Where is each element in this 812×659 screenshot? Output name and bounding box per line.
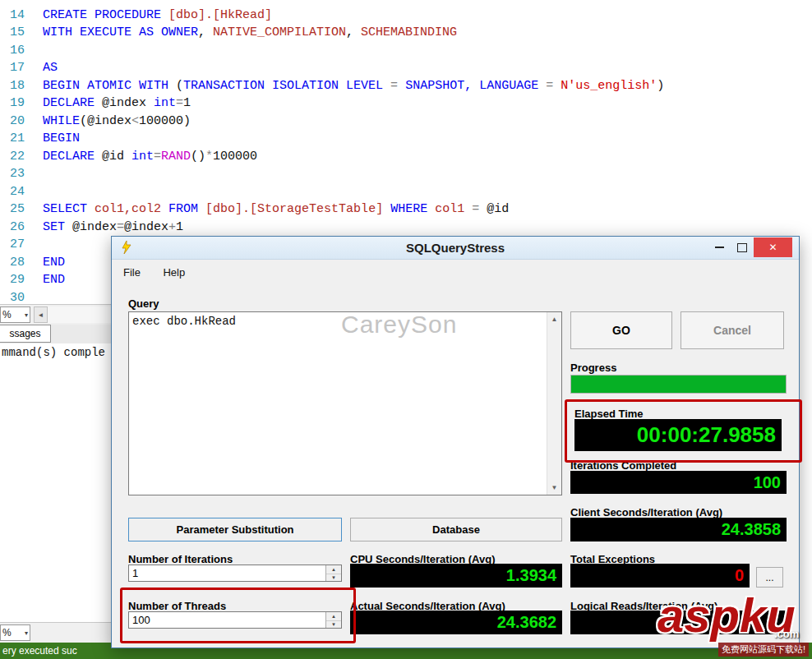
messages-pane: mmand(s) comple [0, 343, 111, 622]
bottom-hscroll-row: % ▾ [0, 622, 111, 643]
chevron-down-icon: ▾ [25, 629, 28, 637]
code-line: 24 [0, 183, 812, 201]
query-label: Query [128, 297, 159, 310]
editor-hscroll-row: % ▾ ◄ [0, 304, 111, 325]
title-bar[interactable]: SQLQueryStress ✕ [112, 237, 799, 260]
spin-down-icon[interactable]: ▼ [326, 574, 341, 583]
aspku-watermark: aspku .com 免费网站源码下载站! [657, 592, 796, 639]
zoom-value: % [2, 627, 12, 638]
parameter-substitution-button[interactable]: Parameter Substitution [128, 518, 342, 541]
total-exceptions-display: 0 [570, 564, 750, 588]
number-of-iterations-label: Number of Iterations [128, 553, 233, 565]
iterations-input[interactable] [129, 565, 328, 581]
minimize-icon [715, 247, 724, 248]
code-line: 14CREATE PROCEDURE [dbo].[HkRead] [0, 7, 812, 25]
progress-bar [570, 375, 787, 394]
scroll-up-icon[interactable]: ▲ [547, 312, 561, 326]
client-seconds-display: 24.3858 [570, 518, 787, 541]
zoom-combo-top[interactable]: % ▾ [0, 306, 30, 323]
scroll-left-arrow-icon[interactable]: ◄ [34, 306, 48, 323]
message-text: mmand(s) comple [2, 346, 105, 359]
query-watermark: CareySon [341, 311, 457, 339]
hscroll-track[interactable] [48, 306, 111, 323]
zoom-combo-bottom[interactable]: % ▾ [0, 624, 30, 641]
annotation-box-elapsed-time [565, 399, 802, 463]
actual-seconds-display: 24.3682 [350, 611, 562, 634]
progress-fill [571, 376, 786, 393]
query-input[interactable]: exec dbo.HkRead CareySon ▲ ▼ [128, 311, 562, 495]
maximize-button[interactable] [731, 237, 754, 257]
database-button[interactable]: Database [350, 518, 562, 541]
code-line: 20WHILE(@index<100000) [0, 113, 812, 131]
iterations-completed-display: 100 [570, 471, 787, 494]
menu-file[interactable]: File [116, 263, 148, 282]
code-line: 22DECLARE @id int=RAND()*100000 [0, 148, 812, 166]
maximize-icon [737, 243, 747, 252]
chevron-down-icon: ▾ [25, 311, 28, 319]
menu-bar: File Help [112, 263, 799, 284]
annotation-box-number-of-threads [120, 588, 356, 643]
progress-label: Progress [570, 362, 616, 374]
results-tab-row: ssages [0, 325, 111, 343]
window-title: SQLQueryStress [112, 237, 799, 259]
exceptions-more-button[interactable]: ... [756, 567, 783, 588]
tab-messages[interactable]: ssages [0, 325, 51, 343]
iterations-stepper: ▲ ▼ [128, 565, 342, 582]
screen: 1314CREATE PROCEDURE [dbo].[HkRead]15WIT… [0, 0, 812, 659]
query-scrollbar[interactable]: ▲ ▼ [547, 312, 561, 495]
code-line: 17AS [0, 59, 812, 77]
code-line: 13 [0, 0, 812, 7]
status-text: ery executed suc [2, 645, 77, 657]
code-line: 26SET @index=@index+1 [0, 219, 812, 237]
scroll-down-icon[interactable]: ▼ [547, 481, 561, 495]
code-line: 21BEGIN [0, 130, 812, 148]
menu-help[interactable]: Help [155, 263, 192, 282]
spin-up-icon[interactable]: ▲ [326, 565, 341, 574]
watermark-tld: .com [774, 628, 799, 640]
close-icon: ✕ [768, 242, 777, 253]
code-line: 25SELECT col1,col2 FROM [dbo].[StorageTe… [0, 200, 812, 219]
code-line: 15WITH EXECUTE AS OWNER, NATIVE_COMPILAT… [0, 24, 812, 42]
zoom-value: % [2, 309, 12, 320]
watermark-tagline: 免费网站源码下载站! [718, 643, 809, 657]
go-button[interactable]: GO [570, 311, 672, 349]
close-button[interactable]: ✕ [754, 237, 792, 257]
code-line: 16 [0, 42, 812, 60]
code-line: 19DECLARE @index int=1 [0, 94, 812, 113]
query-text: exec dbo.HkRead [132, 315, 236, 328]
cancel-button[interactable]: Cancel [681, 311, 784, 349]
cpu-seconds-display: 1.3934 [350, 564, 562, 588]
code-line: 18BEGIN ATOMIC WITH (TRANSACTION ISOLATI… [0, 77, 812, 95]
code-line: 23 [0, 165, 812, 183]
minimize-button[interactable] [708, 237, 731, 257]
client-seconds-label: Client Seconds/Iteration (Avg) [570, 506, 722, 518]
